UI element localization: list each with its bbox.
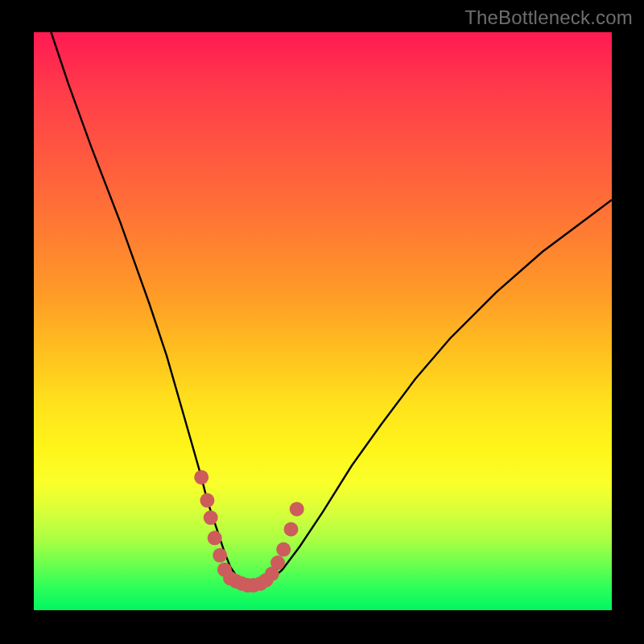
- watermark-text: TheBottleneck.com: [464, 6, 633, 29]
- curve-marker: [208, 530, 222, 545]
- curve-marker: [284, 522, 299, 537]
- chart-frame: TheBottleneck.com: [0, 0, 644, 644]
- plot-area: [34, 32, 612, 610]
- curve-marker: [204, 510, 218, 525]
- curve-markers-group: [194, 470, 304, 592]
- curve-marker: [276, 543, 291, 557]
- curve-marker: [200, 493, 214, 508]
- curve-marker: [290, 502, 304, 516]
- curve-marker: [213, 548, 227, 563]
- bottleneck-curve-path: [52, 32, 613, 587]
- curve-marker: [194, 470, 208, 485]
- bottleneck-curve-svg: [34, 32, 612, 610]
- curve-marker: [270, 555, 285, 570]
